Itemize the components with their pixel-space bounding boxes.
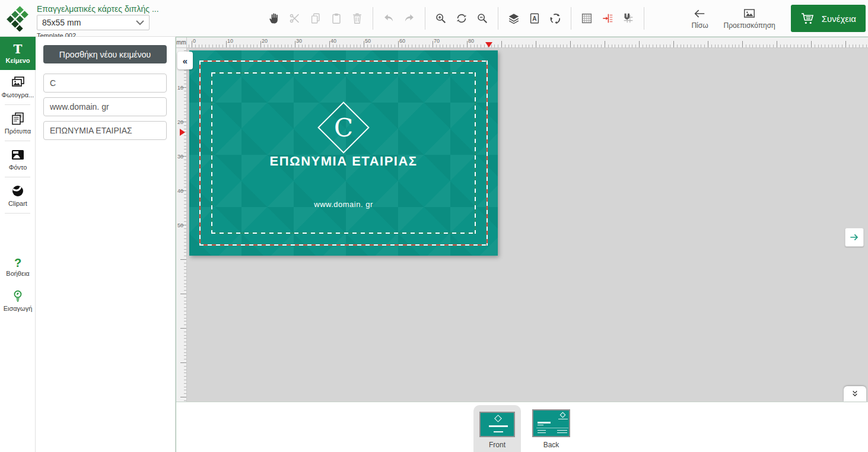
- h-tick-label: 50: [365, 38, 371, 44]
- size-select-value: 85x55 mm: [42, 18, 81, 27]
- cut-button[interactable]: [288, 11, 302, 26]
- copy-button[interactable]: [309, 11, 323, 26]
- sidebar-item-label: Φόντο: [9, 164, 27, 171]
- sidebar-spacer: [0, 215, 35, 250]
- sidebar-item-photos[interactable]: Φωτογρα...: [0, 70, 36, 103]
- brand: Επαγγελματικές κάρτες διπλής ... 85x55 m…: [5, 4, 152, 39]
- photos-icon: [10, 75, 26, 90]
- redo-icon: [403, 12, 416, 25]
- collapse-panel-button[interactable]: «: [177, 52, 193, 69]
- v-tick-label: 20: [177, 119, 183, 125]
- sidebar-item-intro[interactable]: Εισαγωγή: [0, 284, 36, 317]
- zoom-reset-button[interactable]: [454, 11, 469, 26]
- thumbnail-back[interactable]: Back: [527, 405, 575, 452]
- sidebar-item-text[interactable]: T Κείμενο: [0, 37, 36, 70]
- sidebar-item-templates[interactable]: Πρότυπα: [0, 106, 36, 139]
- text-field-domain[interactable]: [43, 97, 167, 116]
- front-label: Front: [489, 441, 505, 449]
- redo-button[interactable]: [402, 11, 416, 26]
- toolbar-separator: [425, 7, 425, 30]
- back-thumbnail-card: [532, 409, 570, 437]
- sidebar-item-help[interactable]: ? Βοήθεια: [0, 250, 36, 284]
- h-tick-label: 70: [434, 38, 440, 44]
- layers-button[interactable]: [507, 11, 521, 26]
- card-domain-text[interactable]: www.domain. gr: [189, 200, 498, 209]
- guides-button[interactable]: [600, 11, 615, 26]
- pan-button[interactable]: [267, 11, 281, 26]
- delete-button[interactable]: [350, 11, 364, 26]
- vertical-ruler: 10 20 30 40 50: [176, 48, 187, 402]
- zoom-out-icon: [476, 12, 489, 25]
- thumbnail-front[interactable]: Front: [473, 405, 521, 452]
- text-icon: T: [14, 43, 23, 55]
- snap-to-grid-button[interactable]: [621, 11, 635, 26]
- chevron-down-icon: [136, 20, 144, 26]
- back-arrow-icon: [692, 7, 707, 20]
- back-label: Πίσω: [691, 21, 708, 30]
- thumbnail-strip: Front Back: [176, 402, 868, 452]
- size-select[interactable]: 85x55 mm: [37, 15, 150, 30]
- preview-image-icon: [742, 7, 756, 20]
- clipart-icon: [10, 184, 26, 198]
- paste-button[interactable]: [329, 11, 344, 26]
- grid-button[interactable]: [580, 11, 594, 26]
- brand-logo-icon: [5, 4, 31, 31]
- top-right-actions: Πίσω Προεπισκόπηση Συνέχεια: [691, 0, 866, 37]
- back-button[interactable]: Πίσω: [691, 7, 708, 30]
- grid-icon: [580, 12, 593, 25]
- card-monogram: C: [326, 110, 361, 145]
- collapse-thumbnails-button[interactable]: [844, 386, 866, 402]
- v-tick-label: 40: [177, 188, 183, 194]
- copy-icon: [309, 12, 322, 25]
- text-panel: Προσθήκη νέου κειμένου: [36, 37, 176, 452]
- text-field-company[interactable]: [43, 121, 167, 140]
- text-style-button[interactable]: A: [527, 11, 542, 26]
- sidebar-item-background[interactable]: Φόντο: [0, 142, 36, 176]
- top-bar: Επαγγελματικές κάρτες διπλής ... 85x55 m…: [0, 0, 868, 37]
- h-tick-label: 80: [468, 38, 474, 44]
- recycle-colors-button[interactable]: [548, 11, 562, 26]
- zoom-in-button[interactable]: [434, 11, 448, 26]
- sidebar-item-label: Φωτογρα...: [2, 91, 34, 98]
- continue-button[interactable]: Συνέχεια: [791, 5, 866, 32]
- trash-icon: [351, 12, 364, 25]
- sidebar-item-clipart[interactable]: Clipart: [0, 179, 36, 212]
- h-tick-label: 0: [193, 38, 196, 44]
- arrow-right-icon: [848, 231, 860, 243]
- next-side-button[interactable]: [845, 228, 864, 247]
- sidebar-divider: [5, 141, 30, 141]
- background-icon: [10, 148, 26, 162]
- h-tick-label: 40: [330, 38, 336, 44]
- v-tick-label: 10: [177, 85, 183, 91]
- cart-icon: [800, 11, 816, 26]
- business-card-front[interactable]: C ΕΠΩΝΥΜΙΑ ΕΤΑΙΡΙΑΣ www.domain. gr: [189, 50, 498, 256]
- templates-icon: [10, 112, 26, 126]
- double-chevron-down-icon: [850, 389, 860, 399]
- zoom-in-icon: [434, 12, 447, 25]
- zoom-reset-icon: [455, 12, 468, 25]
- ruler-marker-horizontal: [485, 42, 492, 47]
- zoom-out-button[interactable]: [475, 11, 489, 26]
- card-company-name[interactable]: ΕΠΩΝΥΜΙΑ ΕΤΑΙΡΙΑΣ: [189, 154, 498, 169]
- guides-icon: [601, 12, 614, 25]
- horizontal-ruler: 0 10 20 30 40 50 60 70 80: [187, 37, 868, 48]
- v-tick-label: 50: [177, 222, 183, 228]
- sidebar-item-label: Εισαγωγή: [4, 305, 33, 312]
- toolbar-separator: [644, 7, 644, 30]
- ruler-marker-vertical: [180, 129, 185, 136]
- recycle-icon: [549, 12, 562, 25]
- help-icon: ?: [14, 257, 21, 268]
- svg-text:A: A: [532, 15, 537, 22]
- preview-label: Προεπισκόπηση: [724, 21, 775, 30]
- ruler-unit: mm: [176, 37, 187, 48]
- h-tick-label: 20: [262, 38, 268, 44]
- preview-button[interactable]: Προεπισκόπηση: [724, 7, 775, 30]
- text-field-monogram[interactable]: [43, 74, 167, 93]
- sidebar-divider: [5, 104, 30, 105]
- add-text-button[interactable]: Προσθήκη νέου κειμένου: [43, 45, 167, 63]
- back-label: Back: [543, 441, 559, 449]
- sidebar-item-label: Κείμενο: [5, 57, 30, 64]
- undo-button[interactable]: [381, 11, 396, 26]
- pan-hand-icon: [268, 12, 281, 25]
- h-tick-label: 60: [399, 38, 405, 44]
